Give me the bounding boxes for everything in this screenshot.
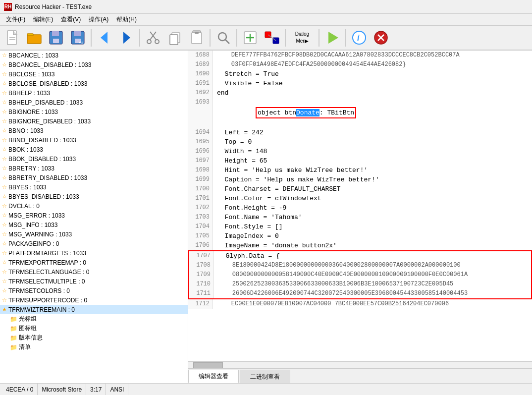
close-button[interactable] <box>371 27 391 48</box>
menu-file[interactable]: 文件(F) <box>2 14 29 25</box>
code-content: Width = 148 <box>213 147 532 156</box>
sidebar-item-msg-error[interactable]: ☆ MSG_ERROR : 1033 <box>0 211 188 220</box>
sidebar-item-platformtargets[interactable]: ☆ PLATFORMTARGETS : 1033 <box>0 248 188 258</box>
sidebar-item-bbclose[interactable]: ☆ BBCLOSE : 1033 <box>0 69 188 79</box>
code-content: DEFE777FFB4762FBCF08DB02D0CACAAA612A0780… <box>213 51 532 60</box>
code-line-1700: 1700 Font.Charset = DEFAULT_CHARSET <box>188 184 532 194</box>
sidebar-item-bbno-disabled[interactable]: ☆ BBNO_DISABLED : 1033 <box>0 135 188 145</box>
resource-replace-button[interactable] <box>262 27 282 48</box>
code-view[interactable]: 1688 DEFE777FFB4762FBCF08DB02D0CACAAA612… <box>188 51 532 361</box>
star-icon: ☆ <box>2 259 7 266</box>
sidebar-item-tfrmexport[interactable]: ☆ TFRMEXPORTTREEMAP : 0 <box>0 258 188 267</box>
code-line-1709: 1709 0800000000000058140000C40E0000C40E0… <box>189 270 531 280</box>
star-icon: ☆ <box>2 165 7 171</box>
sidebar-item-packageinfo[interactable]: ☆ PACKAGEINFO : 0 <box>0 239 188 248</box>
cut-button[interactable] <box>143 27 163 48</box>
svg-rect-6 <box>52 31 59 36</box>
bottom-tabs: 编辑器查看 二进制查看 <box>188 368 532 383</box>
sidebar-item-bbretry[interactable]: ☆ BBRETRY : 1033 <box>0 164 188 173</box>
sidebar-item-msg-info[interactable]: ☆ MSG_INFO : 1033 <box>0 220 188 229</box>
menu-help[interactable]: 帮助(H) <box>112 14 141 25</box>
tab-editor-view[interactable]: 编辑器查看 <box>188 370 239 383</box>
dialog-menu-button[interactable]: DialogMer▶ <box>288 27 316 48</box>
sidebar-item-bbok[interactable]: ☆ BBOK : 1033 <box>0 145 188 154</box>
line-number: 1689 <box>188 60 213 69</box>
find-button[interactable] <box>213 27 234 48</box>
sidebar-item-manifest[interactable]: 📁 清单 <box>0 342 188 352</box>
sidebar-item-bbcancel[interactable]: ☆ BBCANCEL : 1033 <box>0 51 188 60</box>
sidebar-item-bbretry-disabled[interactable]: ☆ BBRETRY_DISABLED : 1033 <box>0 173 188 182</box>
sidebar-item-tfrmlanguage[interactable]: ☆ TFRMSELECTLANGUAGE : 0 <box>0 267 188 277</box>
sidebar-item-bbignore-disabled[interactable]: ☆ BBIGNORE_DISABLED : 1033 <box>0 116 188 126</box>
star-icon: ☆ <box>2 269 7 275</box>
star-icon: ☆ <box>2 71 7 77</box>
horizontal-scrollbar[interactable] <box>188 361 532 368</box>
sidebar-item-bbyes[interactable]: ☆ BBYES : 1033 <box>0 182 188 192</box>
h-scroll-thumb[interactable] <box>193 362 223 368</box>
save-as-button[interactable]: As <box>67 27 88 48</box>
folder-icon: 📁 <box>10 335 17 341</box>
sidebar-item-tfrmwiztree[interactable]: ★ TFRMWIZTREEMAIN : 0 <box>0 305 188 314</box>
code-content: EC00E1E0E00070EB10007AC04000 7BC4E000EE5… <box>213 299 532 309</box>
sidebar-item-tfrmsupporter[interactable]: ☆ TFRMSUPPORTERCODE : 0 <box>0 295 188 305</box>
copy-button[interactable] <box>164 27 185 48</box>
open-button[interactable] <box>24 27 45 48</box>
line-number: 1701 <box>188 194 213 203</box>
sidebar-item-version-info[interactable]: 📁 版本信息 <box>0 333 188 342</box>
sidebar-item-label: TFRMEXPORTTREEMAP : 0 <box>8 259 86 266</box>
code-content: 03F0FF01A498E47EDFC4FA250000000049454E44… <box>213 60 532 69</box>
sidebar-item-bbno[interactable]: ☆ BBNO : 1033 <box>0 126 188 135</box>
sidebar-item-dvclal[interactable]: ☆ DVCLAL : 0 <box>0 201 188 211</box>
line-number: 1707 <box>189 251 214 261</box>
folder-icon: 📁 <box>10 325 17 332</box>
sidebar: ☆ BBCANCEL : 1033 ☆ BBCANCEL_DISABLED : … <box>0 51 188 383</box>
sidebar-item-icon-group[interactable]: 📁 图标组 <box>0 324 188 333</box>
sidebar-item-bbhelp[interactable]: ☆ BBHELP : 1033 <box>0 88 188 98</box>
back-button[interactable] <box>94 27 115 48</box>
star-icon: ☆ <box>2 80 7 87</box>
svg-rect-19 <box>170 35 178 45</box>
selected-text: Donate <box>296 109 319 116</box>
star-icon: ☆ <box>2 287 7 294</box>
app-icon: RH <box>4 3 12 11</box>
sidebar-item-bbhelp-disabled[interactable]: ☆ BBHELP_DISABLED : 1033 <box>0 98 188 107</box>
sidebar-item-tfrmmultiple[interactable]: ☆ TFRMSELECTMULTIPLE : 0 <box>0 277 188 286</box>
sidebar-item-label: BBIGNORE : 1033 <box>8 109 58 115</box>
paste-button[interactable] <box>186 27 207 48</box>
sidebar-item-label: BBYES_DISABLED : 1033 <box>8 193 79 200</box>
sidebar-item-cursor-group[interactable]: 📁 光标组 <box>0 314 188 324</box>
forward-button[interactable] <box>116 27 137 48</box>
info-button[interactable]: i <box>349 27 370 48</box>
toolbar-separator-5 <box>285 29 286 47</box>
code-content: Stretch = True <box>213 69 532 79</box>
sidebar-item-bbclose-disabled[interactable]: ☆ BBCLOSE_DISABLED : 1033 <box>0 79 188 88</box>
code-content: Hint = 'Help us make WizTree better!' <box>213 166 532 175</box>
sidebar-item-label: TFRMSELECTLANGUAGE : 0 <box>8 269 89 276</box>
line-number: 1697 <box>188 156 213 166</box>
menu-view[interactable]: 查看(V) <box>57 14 85 25</box>
line-number: 1709 <box>189 270 214 280</box>
resource-add-button[interactable] <box>240 27 261 48</box>
sidebar-item-tfrmsetcolors[interactable]: ☆ TFRMSETCOLORS : 0 <box>0 286 188 295</box>
star-icon: ☆ <box>2 118 7 124</box>
sidebar-item-msg-warning[interactable]: ☆ MSG_WARNING : 1033 <box>0 229 188 239</box>
code-line-1694: 1694 Left = 242 <box>188 128 532 137</box>
sidebar-item-label: TFRMWIZTREEMAIN : 0 <box>8 306 75 313</box>
toolbar-separator-4 <box>236 29 237 47</box>
menu-action[interactable]: 操作(A) <box>85 14 112 25</box>
sidebar-item-label: PACKAGEINFO : 0 <box>8 240 59 247</box>
new-button[interactable] <box>2 27 23 48</box>
sidebar-item-bbcancel-disabled[interactable]: ☆ BBCANCEL_DISABLED : 1033 <box>0 60 188 69</box>
run-button[interactable] <box>322 27 343 48</box>
star-icon: ☆ <box>2 212 7 219</box>
sidebar-item-bbok-disabled[interactable]: ☆ BBOK_DISABLED : 1033 <box>0 154 188 164</box>
menu-edit[interactable]: 编辑(E) <box>29 14 57 25</box>
save-button[interactable] <box>46 27 66 48</box>
sidebar-item-bbignore[interactable]: ☆ BBIGNORE : 1033 <box>0 107 188 116</box>
tab-binary-view[interactable]: 二进制查看 <box>240 370 290 383</box>
sidebar-item-label: MSG_INFO : 1033 <box>8 222 57 228</box>
line-number: 1710 <box>189 280 214 289</box>
sidebar-item-bbyes-disabled[interactable]: ☆ BBYES_DISABLED : 1033 <box>0 192 188 201</box>
line-number: 1703 <box>188 213 213 222</box>
code-content: Font.Color = clWindowText <box>213 194 532 203</box>
